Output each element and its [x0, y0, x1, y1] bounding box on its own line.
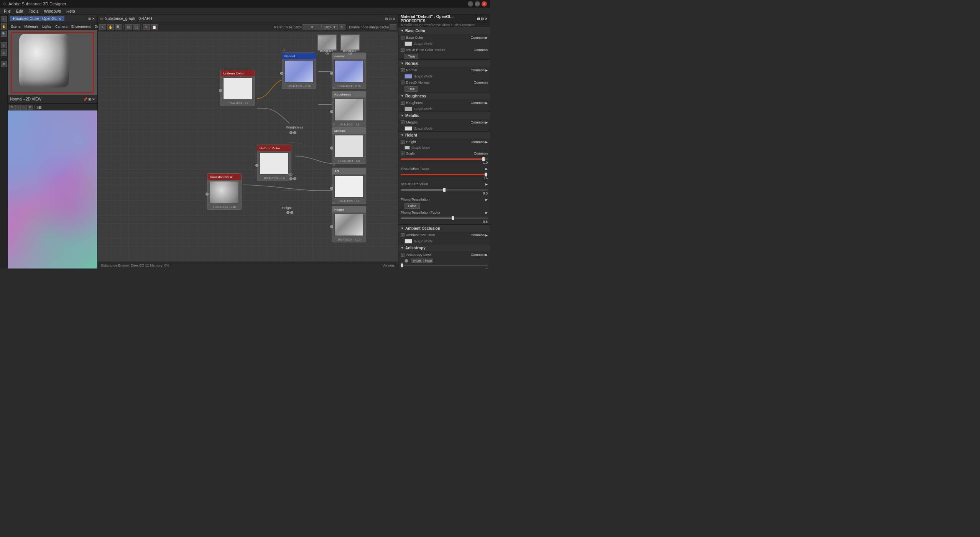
- menu-help[interactable]: Help: [64, 8, 77, 14]
- vp-menu-lights[interactable]: Lights: [41, 25, 53, 28]
- graph-tool-fit[interactable]: ⊡: [125, 24, 132, 30]
- slider-aniso-level[interactable]: [401, 265, 488, 266]
- view2d-expand[interactable]: ⊞: [88, 97, 91, 101]
- port-roughness-in[interactable]: [330, 110, 333, 113]
- viewport-tab[interactable]: Rounded Cube - OpenGL ✕: [10, 16, 64, 21]
- parent-size-input[interactable]: ▼: [303, 24, 322, 30]
- refresh-btn[interactable]: ↻: [339, 24, 345, 30]
- section-height-header[interactable]: ▼ Height: [398, 132, 490, 138]
- slider-scalar[interactable]: [401, 189, 488, 191]
- menu-tools[interactable]: Tools: [26, 8, 41, 14]
- height-out-port[interactable]: [290, 211, 293, 214]
- btn-float-aniso[interactable]: Float: [423, 259, 433, 263]
- view2d-close[interactable]: ✕: [92, 97, 95, 101]
- graph-tool-zoom[interactable]: 🔍: [115, 24, 122, 30]
- view2d-pin[interactable]: 📌: [83, 97, 87, 101]
- section-anisotropy-header[interactable]: ▼ Anisotropy: [398, 244, 490, 251]
- graph-tool-pan[interactable]: ✋: [107, 24, 114, 30]
- cb-srgb[interactable]: ✓: [401, 48, 404, 52]
- graph-tool-select[interactable]: ↖: [99, 24, 106, 30]
- btn-dx-true[interactable]: True: [404, 86, 418, 92]
- section-metallic-header[interactable]: ▼ Metallic: [398, 112, 490, 119]
- cb-base-color[interactable]: ✓: [401, 36, 404, 40]
- ao-in-port[interactable]: [289, 177, 293, 180]
- cb-dx-normal[interactable]: ✓: [401, 81, 404, 84]
- roughness-out-port[interactable]: [293, 131, 296, 134]
- cb-height[interactable]: ✓: [401, 140, 404, 144]
- cb-aniso-level[interactable]: ✓: [401, 253, 404, 257]
- section-roughness-header[interactable]: ▼ Roughness: [398, 92, 490, 99]
- close-button[interactable]: ✕: [482, 1, 487, 7]
- graph-icon1[interactable]: ⊞: [385, 17, 388, 21]
- port-uniform1-out[interactable]: [219, 89, 222, 92]
- port-ao-in[interactable]: [330, 187, 333, 190]
- view2d-info-icon[interactable]: ℹ: [36, 105, 38, 109]
- port-normal-out[interactable]: [280, 72, 283, 75]
- cb-metallic[interactable]: ✓: [401, 120, 404, 124]
- node-thumb-height: [334, 214, 363, 236]
- slider-aniso-level-thumb[interactable]: [401, 264, 403, 267]
- tool-pointer[interactable]: ↖: [1, 16, 7, 22]
- port-metallic-in[interactable]: [330, 147, 333, 150]
- slider-scale-thumb[interactable]: [482, 157, 485, 161]
- tool-2d[interactable]: 2: [1, 49, 7, 56]
- slider-scale[interactable]: [401, 158, 488, 160]
- graph-icon2[interactable]: ⊡: [389, 17, 392, 21]
- slider-tessellation-thumb[interactable]: [485, 173, 487, 176]
- graph-close[interactable]: ✕: [393, 17, 396, 21]
- props-icon2[interactable]: ⊡: [481, 17, 484, 21]
- minimize-button[interactable]: ─: [468, 1, 473, 7]
- graph-canvas[interactable]: Uniform Color 1024x1024 - L8 Roughness ⊙…: [98, 31, 398, 262]
- port-normalout-in[interactable]: [330, 72, 333, 75]
- props-close[interactable]: ✕: [485, 17, 488, 21]
- tool-zoom[interactable]: 🔍: [1, 31, 7, 37]
- props-icon1[interactable]: ⊞: [477, 17, 480, 21]
- roughness-in-port[interactable]: [289, 131, 293, 134]
- view2d-zoom-in[interactable]: +: [15, 105, 21, 110]
- cache-options[interactable]: ⋯: [390, 24, 396, 30]
- main-layout: ↖ ✋ 🔍 3 2 ⚙ Rounded Cube - OpenGL ✕ ⊞ ✕: [0, 15, 490, 268]
- menu-windows[interactable]: Windows: [41, 8, 63, 14]
- section-normal-header[interactable]: ▼ Normal: [398, 60, 490, 67]
- slider-tessellation[interactable]: [401, 174, 488, 175]
- label-srgb: sRGB Base Color Texture: [406, 48, 474, 52]
- slider-phong-factor-thumb[interactable]: [452, 216, 454, 220]
- tool-3d[interactable]: 3: [1, 42, 7, 48]
- viewport-icon2[interactable]: ✕: [92, 17, 95, 21]
- vp-menu-environment[interactable]: Environment: [70, 25, 92, 28]
- cb-roughness[interactable]: ✓: [401, 101, 404, 105]
- maximize-button[interactable]: □: [475, 1, 480, 7]
- btn-srgb-aniso[interactable]: sRGB: [411, 259, 423, 263]
- tool-settings[interactable]: ⚙: [1, 61, 7, 67]
- port-gaussian-out[interactable]: [206, 193, 209, 196]
- btn-srgb-true[interactable]: True: [404, 54, 418, 59]
- graph-tool-frame[interactable]: ▢: [133, 24, 140, 30]
- port-height-in[interactable]: [330, 225, 333, 228]
- section-ao-header[interactable]: ▼ Ambient Occlusion: [398, 225, 490, 232]
- cb-ao[interactable]: ✓: [401, 233, 404, 237]
- menu-edit[interactable]: Edit: [14, 8, 26, 14]
- view2d-fit[interactable]: ⊡: [9, 105, 15, 110]
- viewport-tab-close[interactable]: ✕: [58, 17, 61, 21]
- view2d-histogram-icon[interactable]: ▦: [38, 105, 42, 109]
- section-base-color-header[interactable]: ▼ Base Color: [398, 27, 490, 34]
- viewport-icon1[interactable]: ⊞: [88, 17, 91, 21]
- graph-tool-paste[interactable]: 📋: [151, 24, 158, 30]
- cb-normal[interactable]: ✓: [401, 68, 404, 72]
- slider-phong-factor[interactable]: [401, 217, 488, 219]
- ao-out-port[interactable]: [293, 177, 296, 180]
- vp-menu-materials[interactable]: Materials: [23, 25, 40, 28]
- tool-pan[interactable]: ✋: [1, 23, 7, 30]
- btn-phong-false[interactable]: False: [404, 203, 420, 209]
- parent-size-value[interactable]: 1024 ▼: [322, 24, 338, 30]
- port-uniformao-out[interactable]: [255, 164, 258, 167]
- cb-scale[interactable]: ✓: [401, 152, 404, 155]
- menu-file[interactable]: File: [2, 8, 13, 14]
- graph-tool-comment[interactable]: ✎: [143, 24, 150, 30]
- view2d-zoom-out[interactable]: −: [21, 105, 27, 110]
- slider-scalar-thumb[interactable]: [443, 188, 446, 192]
- vp-menu-camera[interactable]: Camera: [54, 25, 69, 28]
- height-in-port[interactable]: [286, 211, 289, 214]
- vp-menu-scene[interactable]: Scene: [9, 25, 22, 28]
- view2d-channel-r[interactable]: R: [28, 105, 33, 110]
